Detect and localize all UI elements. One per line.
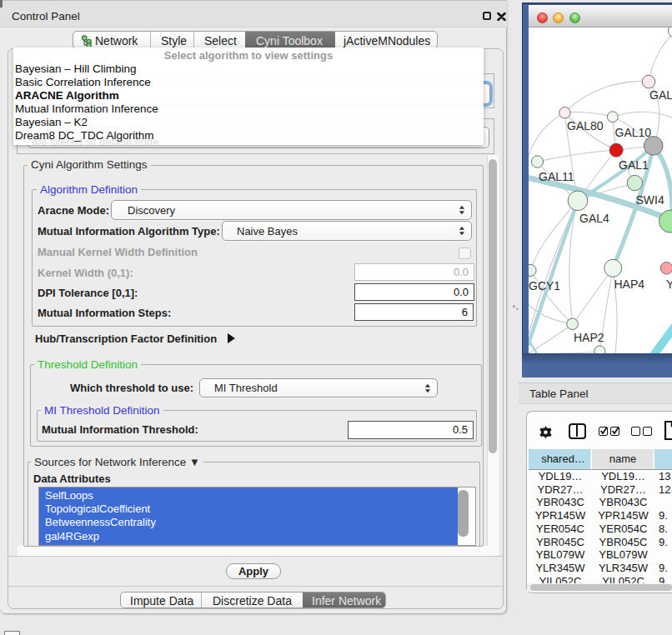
svg-text:GAL10: GAL10 [615, 126, 652, 139]
svg-text:GAL11: GAL11 [539, 170, 574, 183]
svg-text:GAL80: GAL80 [567, 119, 604, 132]
svg-text:GAL2: GAL2 [649, 88, 672, 102]
svg-text:SWI4: SWI4 [636, 193, 664, 207]
svg-text:HAP2: HAP2 [574, 331, 604, 344]
svg-text:YJ: YJ [666, 278, 672, 291]
svg-text:GAL4: GAL4 [579, 212, 609, 225]
svg-text:GAL1: GAL1 [619, 158, 649, 172]
svg-text:HAP4: HAP4 [614, 278, 645, 291]
svg-text:GCY1: GCY1 [529, 279, 560, 292]
